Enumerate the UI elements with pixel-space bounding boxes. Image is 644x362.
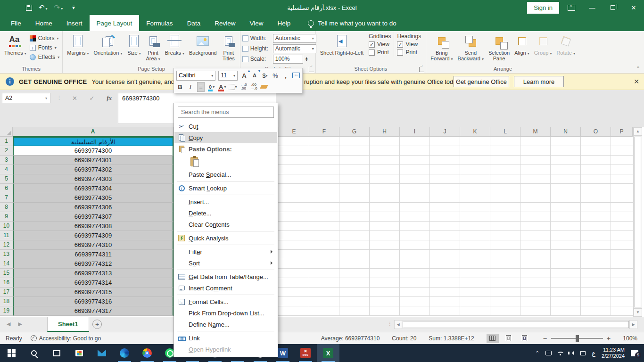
clock[interactable]: 11:23 AM 2/27/2024 (602, 347, 625, 359)
colors-button[interactable]: Colors▾ (29, 33, 60, 43)
font-size-select[interactable]: 11▾ (218, 71, 238, 81)
name-box[interactable]: A2▾ (2, 93, 50, 103)
row-header-16[interactable]: 16 (0, 278, 13, 288)
enter-formula-icon[interactable]: ✓ (90, 95, 95, 102)
horizontal-scrollbar[interactable]: ◀ ▶ (394, 320, 637, 329)
cell-A5[interactable]: 66939774303 (13, 174, 173, 184)
fill-color-icon[interactable]: ◊▾ (207, 82, 215, 92)
next-sheet-icon[interactable]: ▶ (18, 321, 22, 327)
volume-icon[interactable] (570, 351, 574, 355)
breaks-button[interactable]: Breaks ▾ (163, 32, 187, 64)
menu-item-get-data-from-table-range[interactable]: Get Data from Table/Range... (174, 271, 277, 282)
column-header-O[interactable]: O (581, 127, 611, 137)
row-header-11[interactable]: 11 (0, 231, 13, 240)
column-header-J[interactable]: J (430, 127, 460, 137)
headings-print-checkbox[interactable]: Print (397, 49, 421, 56)
gridlines-print-checkbox[interactable]: Print (369, 49, 391, 56)
row-header-6[interactable]: 6 (0, 184, 13, 193)
fonts-button[interactable]: iFonts▾ (29, 43, 60, 52)
vertical-scrollbar[interactable]: ▲ ▼ (633, 127, 642, 317)
format-painter-icon[interactable] (260, 82, 268, 92)
sheet-tab-sheet1[interactable]: Sheet1 (47, 317, 89, 332)
decrease-font-size-icon[interactable]: A▼ (251, 71, 258, 81)
taskbar-excel-icon[interactable]: X (317, 344, 339, 362)
name-box-splitter[interactable]: ⋮ (57, 95, 62, 101)
gridlines-view-checkbox[interactable]: ✓View (369, 41, 391, 48)
restore-button[interactable] (603, 0, 623, 15)
column-header-K[interactable]: K (460, 127, 490, 137)
effects-button[interactable]: Effects▾ (29, 52, 60, 62)
row-header-7[interactable]: 7 (0, 193, 13, 203)
font-name-select[interactable]: Calibri▾ (176, 71, 215, 81)
cell-A16[interactable]: 66939774314 (13, 278, 173, 288)
taskbar-dng-app-icon[interactable]: ✕DNG (294, 344, 317, 362)
page-break-view-button[interactable] (519, 334, 531, 343)
scroll-up-icon[interactable]: ▲ (634, 127, 642, 136)
cell-A14[interactable]: 66939774312 (13, 259, 173, 269)
tab-help[interactable]: Help (270, 15, 297, 31)
increase-decimal-icon[interactable]: ←.0.00 (239, 82, 247, 92)
row-header-17[interactable]: 17 (0, 288, 13, 297)
row-header-18[interactable]: 18 (0, 297, 13, 306)
taskbar-chrome-icon[interactable] (136, 344, 158, 362)
tab-file[interactable]: File (4, 15, 28, 31)
menu-item-smart-lookup[interactable]: iSmart Lookup (174, 182, 277, 194)
size-button[interactable]: Size ▾ (124, 32, 143, 64)
close-button[interactable]: ✕ (623, 0, 644, 15)
cell-A19[interactable]: 66939774317 (13, 306, 173, 316)
ribbon-display-options-icon[interactable] (568, 5, 575, 11)
zoom-slider[interactable] (551, 338, 603, 339)
row-header-9[interactable]: 9 (0, 212, 13, 222)
taskbar-mail-icon[interactable] (91, 344, 113, 362)
menu-item-insert-comment[interactable]: Insert Comment (174, 282, 277, 294)
rotate-button[interactable]: Rotate ▾ (554, 32, 577, 64)
column-header-A[interactable]: A (13, 127, 173, 137)
zoom-in-icon[interactable]: + (607, 334, 611, 342)
center-align-icon[interactable]: ≡ (197, 82, 205, 92)
selection-pane-button[interactable]: Selection Pane (486, 32, 512, 64)
cell-A3[interactable]: 66939774301 (13, 156, 173, 165)
orientation-button[interactable]: ↷Orientation ▾ (91, 32, 125, 64)
tab-page-layout[interactable]: Page Layout (90, 15, 140, 31)
row-header-14[interactable]: 14 (0, 259, 13, 269)
cell-A10[interactable]: 66939774308 (13, 222, 173, 231)
bring-forward-button[interactable]: Bring Forward ▾ (428, 32, 455, 64)
percent-style-icon[interactable]: % (272, 71, 279, 81)
menu-item-clear-contents[interactable]: Clear Contents (174, 219, 277, 230)
merge-center-icon[interactable] (292, 71, 300, 81)
tell-me-box[interactable]: Tell me what you want to do (308, 15, 396, 31)
insert-function-icon[interactable]: fx (107, 94, 112, 102)
cell-A6[interactable]: 66939774304 (13, 184, 173, 193)
tab-home[interactable]: Home (28, 15, 59, 31)
collapse-ribbon-icon[interactable]: ⌃ (636, 66, 640, 72)
menu-item-pick-from-drop-down-list[interactable]: Pick From Drop-down List... (174, 307, 277, 319)
group-button[interactable]: Group ▾ (532, 32, 554, 64)
warning-close-icon[interactable]: ✕ (634, 78, 639, 85)
row-header-2[interactable]: 2 (0, 146, 13, 156)
normal-view-button[interactable] (487, 334, 499, 343)
menu-search-box[interactable] (178, 107, 274, 118)
scroll-down-icon[interactable]: ▼ (634, 308, 642, 317)
bold-icon[interactable]: B (176, 82, 184, 92)
vertical-scroll-thumb[interactable] (635, 137, 641, 307)
cancel-formula-icon[interactable]: ✕ (72, 95, 77, 102)
menu-item-format-cells[interactable]: :=:=Format Cells... (174, 296, 277, 307)
menu-item-paste-options[interactable]: Paste Options: (174, 143, 277, 155)
notifications-icon[interactable]: 5 (631, 350, 638, 356)
menu-search-input[interactable] (181, 109, 271, 115)
column-header-E[interactable]: E (279, 127, 309, 137)
scale-input[interactable]: 100% (273, 55, 303, 64)
row-header-12[interactable]: 12 (0, 240, 13, 250)
scale-to-fit-dialog-launcher[interactable] (309, 67, 314, 72)
horizontal-scroll-thumb[interactable] (403, 321, 629, 328)
wifi-icon[interactable] (558, 352, 563, 355)
tab-data[interactable]: Data (180, 15, 208, 31)
select-all-corner[interactable] (0, 127, 13, 137)
tab-formulas[interactable]: Formulas (139, 15, 180, 31)
zoom-out-icon[interactable]: − (543, 334, 547, 342)
tab-review[interactable]: Review (207, 15, 242, 31)
page-layout-view-button[interactable] (503, 334, 515, 343)
width-select[interactable]: Automatic▾ (273, 34, 316, 43)
get-genuine-office-button[interactable]: Get genuine Office (454, 76, 509, 87)
align-button[interactable]: Align ▾ (512, 32, 532, 64)
